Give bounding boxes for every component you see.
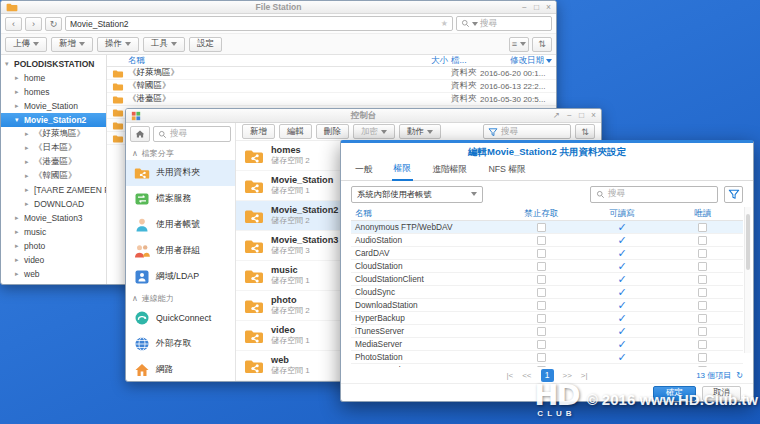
- column-user-name[interactable]: 名稱: [351, 208, 501, 220]
- no-access-checkbox[interactable]: [537, 275, 546, 284]
- cp-toolbar-delete-button[interactable]: 刪除: [316, 124, 349, 139]
- permission-row-MediaServer[interactable]: MediaServer✓: [351, 338, 743, 351]
- sort-button[interactable]: ⇅: [532, 37, 552, 52]
- read-only-checkbox[interactable]: [698, 314, 707, 323]
- fs-tree-item-《好萊塢區》[interactable]: ▸《好萊塢區》: [1, 127, 106, 141]
- file-station-titlebar[interactable]: File Station − □ ×: [1, 1, 556, 14]
- fs-tree-item-photo[interactable]: ▸photo: [1, 239, 106, 253]
- no-access-checkbox[interactable]: [537, 223, 546, 232]
- popout-icon[interactable]: ↗: [553, 111, 560, 120]
- read-only-checkbox[interactable]: [698, 249, 707, 258]
- permission-row-iTunesServer[interactable]: iTunesServer✓: [351, 325, 743, 338]
- fs-tree-item-Movie_Station3[interactable]: ▸Movie_Station3: [1, 211, 106, 225]
- read-only-checkbox[interactable]: [698, 262, 707, 271]
- fs-tree-item-video[interactable]: ▸video: [1, 253, 106, 267]
- fs-tree-item-《韓國區》[interactable]: ▸《韓國區》: [1, 169, 106, 183]
- cp-sidebar-item-quickconnect[interactable]: QuickConnect: [126, 305, 235, 331]
- cp-toolbar-encrypt-button[interactable]: 加密: [353, 124, 395, 139]
- tab-nfs-permissions[interactable]: NFS 權限: [486, 164, 528, 180]
- cp-toolbar-edit-button[interactable]: 編輯: [279, 124, 312, 139]
- no-access-checkbox[interactable]: [537, 327, 546, 336]
- fs-tree-item-[TAARE ZAMEEN PA[interactable]: ▸[TAARE ZAMEEN PA: [1, 183, 106, 197]
- fs-tree-item-Movie_Station2[interactable]: ▾Movie_Station2: [1, 113, 106, 127]
- list-sort-button[interactable]: ⇅: [575, 124, 595, 139]
- permission-row-Anonymous FTP/WebDAV[interactable]: Anonymous FTP/WebDAV✓: [351, 221, 743, 234]
- forward-button[interactable]: ›: [25, 17, 42, 31]
- no-access-checkbox[interactable]: [537, 353, 546, 362]
- permission-row-CardDAV[interactable]: CardDAV✓: [351, 247, 743, 260]
- column-size[interactable]: 大小: [414, 55, 448, 67]
- permission-row-AudioStation[interactable]: AudioStation✓: [351, 234, 743, 247]
- scrollbar-thumb[interactable]: [746, 214, 750, 270]
- user-type-select[interactable]: 系統內部使用者帳號: [351, 186, 483, 203]
- fs-toolbar-create-button[interactable]: 新增: [51, 37, 93, 52]
- fs-toolbar-settings-button[interactable]: 設定: [189, 37, 222, 52]
- fs-tree-item-《港臺區》[interactable]: ▸《港臺區》: [1, 155, 106, 169]
- refresh-icon[interactable]: ↻: [736, 371, 743, 380]
- cp-sidebar-item-group[interactable]: 使用者群組: [126, 238, 235, 264]
- column-read-write[interactable]: 可讀寫: [582, 208, 663, 220]
- fs-tree-item-DOWNLOAD[interactable]: ▸DOWNLOAD: [1, 197, 106, 211]
- vertical-scrollbar[interactable]: [744, 207, 751, 353]
- cp-sidebar-item-file-services[interactable]: 檔案服務: [126, 186, 235, 212]
- read-only-checkbox[interactable]: [698, 301, 707, 310]
- pagination-next-button[interactable]: >>: [563, 371, 572, 380]
- pagination-prev-button[interactable]: <<: [522, 371, 531, 380]
- tab-advanced-permissions[interactable]: 進階權限: [430, 164, 469, 180]
- permission-row-HyperBackup[interactable]: HyperBackup✓: [351, 312, 743, 325]
- cp-sidebar-item-network[interactable]: 網路: [126, 357, 235, 381]
- cp-section-header[interactable]: ∧檔案分享: [126, 145, 235, 160]
- close-icon[interactable]: ×: [591, 111, 596, 120]
- no-access-checkbox[interactable]: [537, 301, 546, 310]
- permission-row-DownloadStation[interactable]: DownloadStation✓: [351, 299, 743, 312]
- fs-tree-item-web[interactable]: ▸web: [1, 267, 106, 281]
- read-only-checkbox[interactable]: [698, 353, 707, 362]
- cp-filter-input[interactable]: 搜尋: [483, 124, 571, 139]
- fs-toolbar-upload-button[interactable]: 上傳: [5, 37, 47, 52]
- close-icon[interactable]: ×: [546, 3, 551, 12]
- no-access-checkbox[interactable]: [537, 340, 546, 349]
- dialog-search-input[interactable]: 搜尋: [590, 186, 718, 203]
- fs-tree-item-music[interactable]: ▸music: [1, 225, 106, 239]
- fs-search-input[interactable]: 搜尋: [456, 16, 552, 31]
- fs-tree-item-Movie_Station[interactable]: ▸Movie_Station: [1, 99, 106, 113]
- fs-tree-item-home[interactable]: ▸home: [1, 71, 106, 85]
- no-access-checkbox[interactable]: [537, 262, 546, 271]
- read-only-checkbox[interactable]: [698, 288, 707, 297]
- read-only-checkbox[interactable]: [698, 223, 707, 232]
- column-no-access[interactable]: 禁止存取: [501, 208, 582, 220]
- cp-sidebar-item-external-access[interactable]: 外部存取: [126, 331, 235, 357]
- fs-tree-item-homes[interactable]: ▸homes: [1, 85, 106, 99]
- back-button[interactable]: ‹: [5, 17, 22, 31]
- pagination-first-button[interactable]: |<: [506, 371, 513, 380]
- cp-sidebar-item-user[interactable]: 使用者帳號: [126, 212, 235, 238]
- pagination-last-button[interactable]: >|: [581, 371, 588, 380]
- read-only-checkbox[interactable]: [698, 275, 707, 284]
- tab-permissions[interactable]: 權限: [392, 163, 414, 181]
- home-button[interactable]: [130, 126, 150, 142]
- permission-row-CloudSync[interactable]: CloudSync✓: [351, 286, 743, 299]
- maximize-icon[interactable]: □: [534, 3, 539, 12]
- column-modified[interactable]: 修改日期: [478, 55, 556, 67]
- cp-toolbar-create-button[interactable]: 新增: [242, 124, 275, 139]
- control-panel-titlebar[interactable]: 控制台 ↗ − □ ×: [126, 109, 601, 123]
- column-read-only[interactable]: 唯讀: [662, 208, 743, 220]
- fs-toolbar-tools-button[interactable]: 工具: [143, 37, 185, 52]
- no-access-checkbox[interactable]: [537, 288, 546, 297]
- tab-general[interactable]: 一般: [353, 164, 375, 180]
- cp-sidebar-item-shared-folder[interactable]: 共用資料夾: [126, 160, 235, 186]
- permission-row-CloudStation[interactable]: CloudStation✓: [351, 260, 743, 273]
- fs-file-row[interactable]: 《韓國區》資料夾2016-06-13 22:2...: [107, 80, 556, 93]
- column-name[interactable]: 名稱: [107, 55, 414, 67]
- pagination-current-page[interactable]: 1: [541, 369, 554, 382]
- no-access-checkbox[interactable]: [537, 249, 546, 258]
- view-mode-button[interactable]: ≡: [509, 37, 529, 52]
- column-type[interactable]: 檔...: [448, 55, 478, 67]
- cp-section-header[interactable]: ∧連線能力: [126, 290, 235, 305]
- permission-row-PhotoStation[interactable]: PhotoStation✓: [351, 351, 743, 364]
- permission-row-CloudStationClient[interactable]: CloudStationClient✓: [351, 273, 743, 286]
- fs-file-row[interactable]: 《港臺區》資料夾2016-05-30 20:5...: [107, 93, 556, 106]
- minimize-icon[interactable]: −: [567, 111, 572, 120]
- fs-tree-root[interactable]: ▾POLODISKSTATION: [1, 57, 106, 71]
- path-input[interactable]: Movie_Station2 ★: [65, 16, 453, 31]
